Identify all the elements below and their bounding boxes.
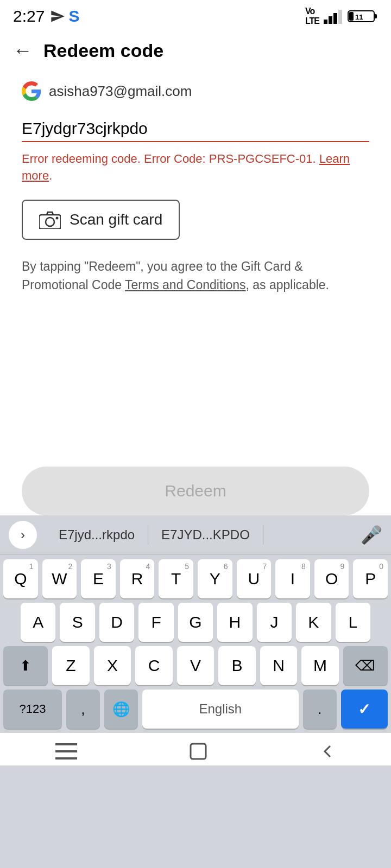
- google-logo: [22, 81, 41, 101]
- period-key[interactable]: .: [303, 690, 337, 729]
- shift-key[interactable]: ⬆: [3, 646, 48, 685]
- space-key[interactable]: English: [142, 690, 299, 729]
- terms-link[interactable]: Terms and Conditions: [125, 278, 245, 292]
- back-button[interactable]: ←: [13, 39, 33, 62]
- key-o[interactable]: 9O: [314, 559, 349, 598]
- suggestions-expand-button[interactable]: ›: [9, 521, 37, 549]
- scan-gift-card-button[interactable]: Scan gift card: [22, 200, 180, 240]
- content-area: asisha973@gmail.com Error redeeming code…: [0, 71, 391, 305]
- key-r[interactable]: 4R: [120, 559, 155, 598]
- key-b[interactable]: B: [218, 646, 256, 685]
- key-a[interactable]: A: [21, 603, 55, 642]
- svg-rect-5: [374, 14, 377, 18]
- key-l[interactable]: L: [336, 603, 370, 642]
- status-right: VoLTE 11: [305, 7, 378, 26]
- keyboard: › E7jyd...rkpdo E7JYD...KPDO 🎤 1Q 2W 3E …: [0, 515, 391, 868]
- key-c[interactable]: C: [135, 646, 173, 685]
- code-input-wrapper: [22, 116, 369, 142]
- svg-rect-12: [55, 750, 77, 752]
- battery-icon: 11: [348, 9, 378, 24]
- suggestions-bar: › E7jyd...rkpdo E7JYD...KPDO 🎤: [0, 515, 391, 555]
- account-row: asisha973@gmail.com: [22, 81, 369, 101]
- suggestion-2[interactable]: E7JYD...KPDO: [148, 523, 263, 547]
- svg-rect-0: [324, 20, 327, 24]
- key-g[interactable]: G: [178, 603, 213, 642]
- key-row-3: ⬆ Z X C V B N M ⌫: [3, 646, 388, 685]
- key-e[interactable]: 3E: [81, 559, 116, 598]
- svg-rect-13: [55, 757, 77, 760]
- comma-key[interactable]: ,: [66, 690, 100, 729]
- signal-icon: [324, 9, 343, 24]
- num-key[interactable]: ?123: [3, 690, 62, 729]
- mic-icon[interactable]: 🎤: [361, 525, 382, 545]
- redeem-button[interactable]: Redeem: [22, 467, 369, 515]
- key-w[interactable]: 2W: [42, 559, 77, 598]
- svg-text:11: 11: [355, 13, 363, 21]
- status-left: 2:27 S: [13, 7, 79, 25]
- vo-lte-icon: VoLTE: [305, 7, 319, 26]
- key-q[interactable]: 1Q: [3, 559, 38, 598]
- account-email: asisha973@gmail.com: [49, 83, 192, 100]
- key-y[interactable]: 6Y: [198, 559, 232, 598]
- key-i[interactable]: 8I: [275, 559, 310, 598]
- key-row-1: 1Q 2W 3E 4R 5T 6Y 7U 8I 9O 0P: [3, 559, 388, 598]
- scan-btn-label: Scan gift card: [70, 211, 162, 228]
- navigation-icon: [50, 9, 65, 24]
- backspace-key[interactable]: ⌫: [343, 646, 388, 685]
- enter-key[interactable]: ✓: [341, 690, 388, 729]
- key-n[interactable]: N: [260, 646, 298, 685]
- svg-rect-14: [191, 744, 206, 759]
- keyboard-rows: 1Q 2W 3E 4R 5T 6Y 7U 8I 9O 0P A S D F G …: [0, 555, 391, 729]
- camera-icon: [39, 210, 61, 229]
- status-nav-icons: S: [50, 7, 79, 25]
- status-time: 2:27: [13, 7, 45, 25]
- nav-bar: ← Redeem code: [0, 30, 391, 71]
- key-s[interactable]: S: [60, 603, 94, 642]
- key-row-2: A S D F G H J K L: [3, 603, 388, 642]
- svg-rect-11: [55, 743, 77, 745]
- code-input[interactable]: [22, 116, 369, 142]
- nav-back-icon[interactable]: [319, 743, 336, 760]
- svg-point-9: [46, 218, 54, 226]
- key-k[interactable]: K: [296, 603, 331, 642]
- terms-text: By tapping "Redeem", you agree to the Gi…: [22, 257, 369, 295]
- svg-point-10: [56, 216, 59, 219]
- suggestion-3: [263, 531, 352, 539]
- key-f[interactable]: F: [138, 603, 173, 642]
- svg-rect-6: [349, 12, 354, 21]
- svg-rect-2: [333, 13, 337, 24]
- key-d[interactable]: D: [99, 603, 134, 642]
- key-h[interactable]: H: [217, 603, 252, 642]
- key-p[interactable]: 0P: [353, 559, 388, 598]
- bottom-navigation: [0, 733, 391, 765]
- suggestion-1[interactable]: E7jyd...rkpdo: [46, 523, 148, 547]
- key-t[interactable]: 5T: [159, 559, 193, 598]
- app-s-icon: S: [68, 7, 79, 25]
- svg-rect-3: [338, 10, 342, 24]
- svg-rect-1: [329, 16, 332, 24]
- globe-key[interactable]: 🌐: [104, 690, 138, 729]
- nav-home-icon[interactable]: [188, 742, 208, 761]
- key-j[interactable]: J: [257, 603, 292, 642]
- error-message: Error redeeming code. Error Code: PRS-PG…: [22, 151, 369, 184]
- page-title: Redeem code: [43, 40, 163, 61]
- status-bar: 2:27 S VoLTE 11: [0, 0, 391, 30]
- key-u[interactable]: 7U: [237, 559, 272, 598]
- key-row-4: ?123 , 🌐 English . ✓: [3, 690, 388, 729]
- nav-menu-icon[interactable]: [55, 743, 77, 760]
- key-x[interactable]: X: [94, 646, 131, 685]
- key-v[interactable]: V: [177, 646, 215, 685]
- key-m[interactable]: M: [301, 646, 339, 685]
- key-z[interactable]: Z: [52, 646, 90, 685]
